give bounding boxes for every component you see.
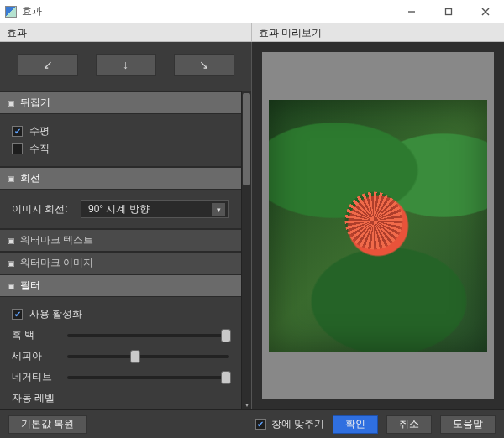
disclosure-minus-icon: ▣ <box>7 282 15 290</box>
rotate-select-value: 90° 시계 방향 <box>88 203 150 215</box>
maximize-icon <box>444 8 453 16</box>
checkbox-vertical[interactable] <box>12 143 23 154</box>
section-wmimage-title: 워터마크 이미지 <box>20 256 93 270</box>
rotate-label: 이미지 회전: <box>12 202 71 216</box>
checkbox-enable-filter[interactable]: ✔ <box>12 309 23 320</box>
close-button[interactable] <box>467 0 504 23</box>
preview-viewport <box>262 52 494 399</box>
slider-negative[interactable] <box>67 376 229 379</box>
arrow-down-left-icon: ↙ <box>43 58 53 71</box>
section-wmimage-header[interactable]: ▣ 워터마크 이미지 <box>0 252 241 274</box>
chevron-down-icon: ▾ <box>212 203 225 216</box>
disclosure-plus-icon: ▣ <box>7 237 15 245</box>
disclosure-minus-icon: ▣ <box>7 175 15 183</box>
maximize-button[interactable] <box>430 0 467 23</box>
disclosure-plus-icon: ▣ <box>7 259 15 268</box>
slider-bw[interactable] <box>67 334 229 337</box>
section-flip-title: 뒤집기 <box>20 96 50 110</box>
section-rotate-title: 회전 <box>20 171 40 185</box>
slider-negative-thumb[interactable] <box>221 371 231 384</box>
preview-image <box>269 100 487 352</box>
checkbox-horizontal-label: 수평 <box>29 124 50 138</box>
slider-sepia-thumb[interactable] <box>130 350 140 363</box>
preview-panel-header: 효과 미리보기 <box>252 23 504 41</box>
arrow-down-right-button[interactable]: ↘ <box>174 54 234 76</box>
ok-button[interactable]: 확인 <box>333 415 378 434</box>
scrollbar-thumb[interactable] <box>243 93 250 185</box>
section-wmtext-title: 워터마크 텍스트 <box>20 233 93 248</box>
slider-negative-label: 네거티브 <box>12 370 59 384</box>
checkbox-vertical-label: 수직 <box>29 142 50 156</box>
effects-scrollbar[interactable]: ▾ <box>241 91 251 409</box>
section-filter-title: 필터 <box>20 279 40 293</box>
effects-panel-header: 효과 <box>0 23 252 41</box>
slider-autolevel[interactable] <box>67 397 229 400</box>
arrow-down-right-icon: ↘ <box>199 58 209 71</box>
checkbox-fit-window[interactable]: ✔ <box>255 419 266 430</box>
help-button[interactable]: 도움말 <box>440 415 496 434</box>
app-icon <box>5 6 17 18</box>
slider-sepia-label: 세피아 <box>12 349 59 363</box>
slider-bw-label: 흑 백 <box>12 328 59 342</box>
cancel-button[interactable]: 취소 <box>386 415 432 434</box>
arrow-down-left-button[interactable]: ↙ <box>18 54 78 76</box>
slider-autolevel-label: 자동 레벨 <box>12 391 59 405</box>
section-rotate-header[interactable]: ▣ 회전 <box>0 167 241 190</box>
minimize-button[interactable] <box>393 0 430 23</box>
section-wmtext-header[interactable]: ▣ 워터마크 텍스트 <box>0 229 241 252</box>
restore-defaults-button[interactable]: 기본값 복원 <box>8 415 87 434</box>
slider-sepia[interactable] <box>67 355 229 358</box>
arrow-down-button[interactable]: ↓ <box>96 54 156 76</box>
checkbox-enable-filter-label: 사용 활성화 <box>29 307 82 321</box>
disclosure-minus-icon: ▣ <box>7 99 15 107</box>
checkbox-horizontal[interactable]: ✔ <box>12 126 23 137</box>
minimize-icon <box>407 8 416 16</box>
rotate-select[interactable]: 90° 시계 방향 ▾ <box>81 200 229 218</box>
checkbox-fit-window-label: 창에 맞추기 <box>271 417 324 431</box>
svg-rect-1 <box>446 8 452 14</box>
slider-bw-thumb[interactable] <box>221 329 231 342</box>
window-title: 효과 <box>22 4 42 18</box>
close-icon <box>481 8 490 16</box>
scroll-down-icon[interactable]: ▾ <box>242 399 251 409</box>
section-filter-header[interactable]: ▣ 필터 <box>0 274 241 297</box>
section-flip-header[interactable]: ▣ 뒤집기 <box>0 91 241 114</box>
arrow-down-icon: ↓ <box>123 58 129 71</box>
